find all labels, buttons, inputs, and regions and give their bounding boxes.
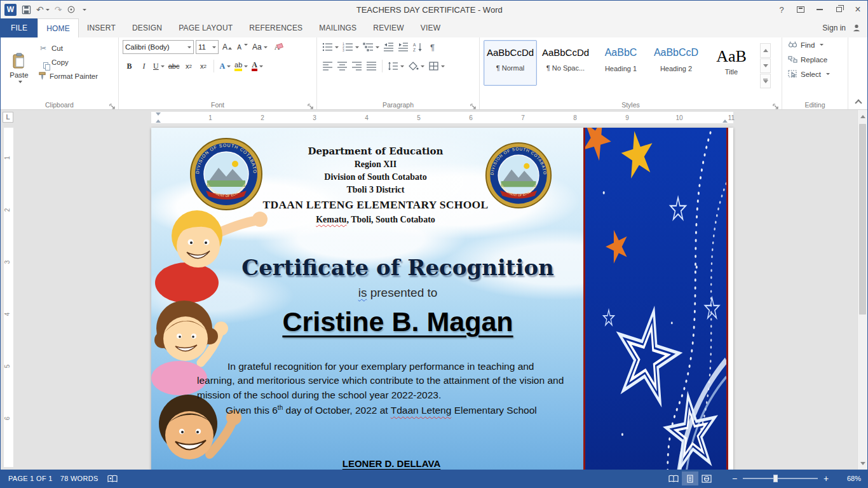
font-size-combo[interactable]: 11 — [196, 40, 219, 54]
clear-formatting-icon: A — [275, 43, 280, 52]
style-no-spacing[interactable]: AaBbCcDd ¶ No Spac... — [539, 40, 592, 86]
tab-insert[interactable]: INSERT — [79, 18, 124, 37]
tab-design[interactable]: DESIGN — [124, 18, 170, 37]
page-count-indicator[interactable]: PAGE 1 OF 1 — [8, 475, 53, 482]
style-heading-1[interactable]: AaBbC Heading 1 — [594, 40, 648, 86]
font-color-button[interactable]: A — [250, 59, 264, 73]
scroll-down-icon — [860, 462, 865, 465]
save-icon[interactable] — [22, 5, 31, 15]
shrink-font-button[interactable]: A — [236, 40, 249, 54]
word-logo-icon: W — [4, 4, 17, 16]
sign-in-link[interactable]: Sign in — [822, 18, 867, 37]
word-count-indicator[interactable]: 78 WORDS — [60, 475, 98, 482]
cut-button[interactable]: ✂Cut — [36, 43, 100, 54]
subscript-button[interactable]: x2 — [182, 59, 195, 73]
grow-font-button[interactable]: A — [220, 40, 234, 54]
tab-file[interactable]: FILE — [1, 18, 37, 37]
change-case-button[interactable]: Aa — [251, 40, 269, 54]
style-title[interactable]: AaB Title — [705, 40, 758, 86]
vertical-ruler[interactable]: 123 456 — [4, 128, 13, 467]
minimize-button[interactable] — [810, 3, 829, 17]
help-button[interactable]: ? — [772, 3, 791, 17]
scroll-down-button[interactable] — [858, 458, 868, 468]
zoom-percentage[interactable]: 68% — [832, 475, 861, 482]
cut-icon: ✂ — [38, 44, 48, 53]
align-center-button[interactable] — [336, 59, 349, 73]
vertical-scrollbar[interactable] — [857, 110, 867, 470]
proofing-status-icon[interactable] — [107, 475, 118, 483]
first-line-indent-marker[interactable] — [156, 112, 161, 116]
quick-access-toolbar: W ↶ ↷ — [1, 4, 86, 16]
paste-button[interactable]: Paste — [4, 40, 34, 96]
find-button[interactable]: Find — [786, 39, 844, 50]
ribbon-display-options-button[interactable] — [791, 3, 810, 17]
web-layout-button[interactable] — [698, 471, 715, 485]
ruler-numbers: 123 456 789 1011 — [184, 112, 757, 123]
highlight-button[interactable]: ab — [233, 59, 249, 73]
styles-dialog-launcher[interactable] — [773, 101, 779, 107]
superscript-button[interactable]: x2 — [196, 59, 210, 73]
print-layout-button[interactable] — [682, 471, 698, 485]
sort-button[interactable]: AZ — [411, 40, 424, 54]
close-button[interactable]: × — [848, 3, 867, 17]
clear-formatting-button[interactable]: A — [271, 40, 284, 54]
hanging-indent-marker[interactable] — [156, 119, 161, 123]
text-effects-button[interactable]: A — [218, 59, 232, 73]
italic-button[interactable]: I — [137, 59, 151, 73]
strikethrough-button[interactable]: abc — [167, 59, 181, 73]
justify-button[interactable] — [365, 59, 378, 73]
clipboard-dialog-launcher[interactable] — [109, 101, 116, 107]
font-dialog-launcher[interactable] — [308, 101, 314, 107]
borders-button[interactable] — [427, 59, 446, 73]
style-heading-2[interactable]: AaBbCcD Heading 2 — [649, 40, 703, 86]
underline-button[interactable]: U — [152, 59, 166, 73]
decrease-indent-icon — [383, 42, 394, 52]
presented-to-line: is presented to — [220, 286, 576, 300]
tab-view[interactable]: VIEW — [412, 18, 449, 37]
collapse-ribbon-button[interactable] — [855, 99, 862, 106]
bold-button[interactable]: B — [123, 59, 136, 73]
tab-home[interactable]: HOME — [37, 18, 79, 37]
format-painter-button[interactable]: Format Painter — [36, 71, 100, 81]
document-page[interactable]: DIVISION OF SOUTH COTABATO DEPARTMENT OF… — [151, 128, 733, 470]
zoom-out-button[interactable]: − — [729, 473, 740, 484]
bullets-button[interactable] — [321, 40, 340, 54]
replace-button[interactable]: Replace — [786, 54, 844, 65]
line-spacing-button[interactable] — [386, 59, 405, 73]
styles-scroll-up-button[interactable] — [760, 43, 771, 58]
tab-references[interactable]: REFERENCES — [241, 18, 311, 37]
align-left-button[interactable] — [321, 59, 334, 73]
style-normal[interactable]: AaBbCcDd ¶ Normal — [484, 40, 537, 86]
zoom-slider[interactable] — [743, 478, 818, 479]
multilevel-list-button[interactable] — [362, 40, 381, 54]
horizontal-ruler[interactable]: 123 456 789 1011 — [151, 112, 733, 123]
undo-button[interactable]: ↶ — [36, 4, 50, 15]
zoom-in-button[interactable]: + — [820, 473, 832, 484]
tab-review[interactable]: REVIEW — [365, 18, 412, 37]
scroll-up-button[interactable] — [858, 111, 868, 121]
styles-more-button[interactable] — [760, 74, 771, 88]
copy-button[interactable]: Copy — [36, 57, 100, 67]
select-button[interactable]: Select — [786, 69, 844, 79]
styles-scroll-down-button[interactable] — [760, 58, 771, 73]
tab-stop-selector[interactable]: L — [3, 112, 13, 123]
word-window: W ↶ ↷ TEACHERS DAY CERTIFICATE - Word ? … — [0, 0, 868, 488]
read-mode-button[interactable] — [665, 471, 682, 485]
shading-button[interactable] — [407, 59, 426, 73]
zoom-slider-thumb[interactable] — [773, 475, 778, 482]
numbering-button[interactable]: 123 — [341, 40, 360, 54]
touch-mode-icon[interactable] — [67, 5, 76, 14]
given-date-line: Given this 6th day of October, 2022 at T… — [197, 403, 569, 418]
numbering-icon: 123 — [342, 42, 353, 52]
paragraph-dialog-launcher[interactable] — [470, 101, 477, 107]
tab-page-layout[interactable]: PAGE LAYOUT — [170, 18, 241, 37]
decrease-indent-button[interactable] — [382, 40, 395, 54]
increase-indent-button[interactable] — [397, 40, 410, 54]
align-right-button[interactable] — [350, 59, 363, 73]
font-name-combo[interactable]: Calibri (Body) — [123, 40, 194, 54]
tab-mailings[interactable]: MAILINGS — [311, 18, 365, 37]
restore-button[interactable] — [829, 3, 848, 17]
scrollbar-thumb[interactable] — [859, 124, 866, 315]
show-formatting-button[interactable]: ¶ — [426, 40, 439, 54]
redo-icon[interactable]: ↷ — [55, 5, 62, 14]
